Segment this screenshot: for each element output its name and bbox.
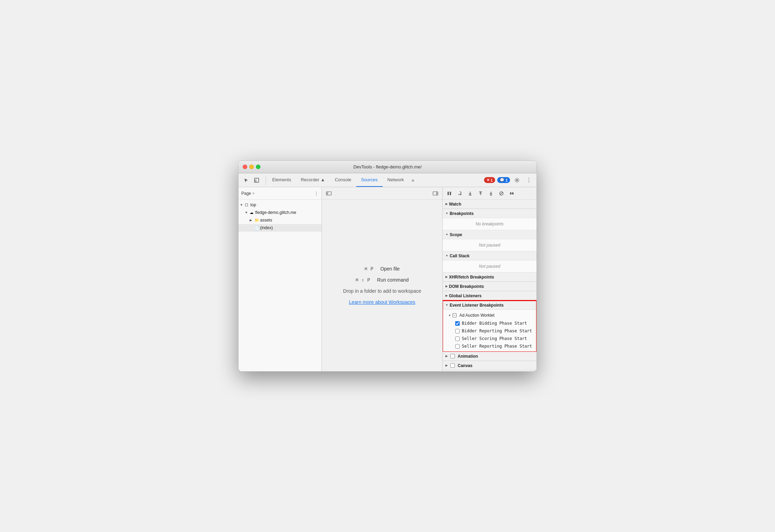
checkbox-seller-reporting[interactable]: Seller Reporting Phase Start bbox=[443, 342, 536, 350]
debug-toolbar bbox=[443, 187, 536, 200]
settings-button[interactable] bbox=[512, 175, 522, 185]
pause-exceptions-button[interactable] bbox=[507, 189, 516, 198]
folder-icon-top: ☐ bbox=[245, 203, 250, 207]
step-button[interactable] bbox=[486, 189, 495, 198]
file-tree: ▼ ☐ top ▼ ☁ fledge-demo.glitch.me ▶ 📁 bbox=[239, 200, 322, 371]
svg-point-2 bbox=[516, 179, 518, 181]
svg-rect-8 bbox=[450, 192, 451, 195]
folder-icon-assets: 📁 bbox=[255, 218, 259, 223]
scope-paused-text: Not paused bbox=[443, 241, 536, 250]
bp-triangle: ▼ bbox=[445, 212, 448, 215]
tree-item-fledge[interactable]: ▼ ☁ fledge-demo.glitch.me bbox=[239, 209, 322, 216]
xhr-header[interactable]: ▶ XHR/fetch Breakpoints bbox=[443, 273, 536, 282]
source-toolbar bbox=[322, 187, 442, 200]
toggle-right-sidebar-button[interactable] bbox=[431, 189, 440, 198]
callstack-header[interactable]: ▼ Call Stack bbox=[443, 251, 536, 260]
breakpoints-label: Breakpoints bbox=[450, 211, 474, 216]
animation-checkbox[interactable] bbox=[450, 354, 455, 358]
checkbox-bidder-bidding-input[interactable] bbox=[455, 321, 460, 326]
watch-header[interactable]: ▶ Watch bbox=[443, 200, 536, 209]
checkbox-bidder-reporting-input[interactable] bbox=[455, 329, 460, 333]
breakpoints-header[interactable]: ▼ Breakpoints bbox=[443, 209, 536, 218]
tree-label-top: top bbox=[250, 202, 256, 207]
errors-count: 1 bbox=[491, 178, 493, 182]
step-over-button[interactable] bbox=[455, 189, 464, 198]
page-label: Page bbox=[241, 191, 251, 196]
watch-section: ▶ Watch bbox=[443, 200, 536, 209]
checkbox-seller-reporting-input[interactable] bbox=[455, 344, 460, 349]
dock-icon[interactable] bbox=[252, 175, 261, 185]
scope-header[interactable]: ▼ Scope bbox=[443, 230, 536, 239]
more-options-button[interactable]: ⋮ bbox=[524, 175, 534, 185]
run-command-label: Run command bbox=[377, 277, 409, 283]
global-listeners-header[interactable]: ▶ Global Listeners bbox=[443, 291, 536, 300]
tree-label-fledge: fledge-demo.glitch.me bbox=[255, 210, 296, 215]
minimize-button[interactable] bbox=[249, 165, 254, 169]
event-listener-section: ▼ Event Listener Breakpoints ▼ Ad Auctio… bbox=[443, 301, 536, 352]
canvas-triangle: ▶ bbox=[445, 364, 448, 367]
event-listener-content: ▼ Ad Auction Worklet Bidder Bidding Phas… bbox=[443, 310, 536, 351]
triangle-fledge: ▼ bbox=[245, 211, 249, 214]
tab-sources[interactable]: Sources bbox=[356, 173, 383, 187]
canvas-checkbox[interactable] bbox=[450, 363, 455, 368]
animation-label: Animation bbox=[458, 354, 478, 359]
toggle-sidebar-button[interactable] bbox=[325, 189, 333, 198]
watch-triangle: ▶ bbox=[445, 202, 448, 206]
dom-label: DOM Breakpoints bbox=[449, 284, 484, 289]
event-listener-label: Event Listener Breakpoints bbox=[450, 303, 503, 308]
tab-console[interactable]: Console bbox=[330, 173, 356, 187]
middle-content: ⌘ P Open file ⌘ ⇧ P Run command Drop in … bbox=[322, 200, 442, 371]
errors-badge[interactable]: ✕ 1 bbox=[484, 177, 495, 183]
ad-auction-label: Ad Auction Worklet bbox=[459, 313, 494, 318]
error-icon: ✕ bbox=[486, 178, 490, 182]
checkbox-seller-scoring[interactable]: Seller Scoring Phase Start bbox=[443, 335, 536, 342]
traffic-lights bbox=[243, 165, 260, 169]
tab-elements[interactable]: Elements bbox=[267, 173, 296, 187]
step-out-button[interactable] bbox=[476, 189, 485, 198]
messages-badge[interactable]: 💬 1 bbox=[497, 177, 510, 183]
close-button[interactable] bbox=[243, 165, 247, 169]
dom-section: ▶ DOM Breakpoints bbox=[443, 282, 536, 291]
anim-triangle: ▶ bbox=[445, 355, 448, 358]
el-triangle: ▼ bbox=[445, 304, 448, 307]
page-chevron: » bbox=[252, 191, 255, 195]
maximize-button[interactable] bbox=[256, 165, 260, 169]
tree-item-assets[interactable]: ▶ 📁 assets bbox=[239, 216, 322, 224]
panel-more-button[interactable]: ⋮ bbox=[314, 191, 319, 196]
scope-triangle: ▼ bbox=[445, 233, 448, 236]
tree-item-top[interactable]: ▼ ☐ top bbox=[239, 201, 322, 209]
event-listener-header[interactable]: ▼ Event Listener Breakpoints bbox=[443, 301, 536, 310]
checkbox-seller-reporting-label: Seller Reporting Phase Start bbox=[462, 344, 532, 349]
checkbox-bidder-reporting[interactable]: Bidder Reporting Phase Start bbox=[443, 327, 536, 335]
devtools-window: DevTools - fledge-demo.glitch.me/ Elemen… bbox=[238, 160, 537, 372]
canvas-header[interactable]: ▶ Canvas bbox=[443, 361, 536, 370]
gl-triangle: ▶ bbox=[445, 294, 448, 297]
scope-section: ▼ Scope Not paused bbox=[443, 230, 536, 251]
checkbox-bidder-reporting-label: Bidder Reporting Phase Start bbox=[462, 329, 532, 333]
checkbox-seller-scoring-input[interactable] bbox=[455, 336, 460, 341]
window-title: DevTools - fledge-demo.glitch.me/ bbox=[353, 164, 422, 169]
main-toolbar: Elements Recorder ▲ Console Sources Netw… bbox=[239, 173, 536, 187]
tab-network[interactable]: Network bbox=[383, 173, 409, 187]
deactivate-button[interactable] bbox=[497, 189, 506, 198]
tab-recorder[interactable]: Recorder ▲ bbox=[296, 173, 330, 187]
triangle-assets: ▶ bbox=[250, 218, 254, 222]
global-listeners-label: Global Listeners bbox=[449, 293, 482, 298]
step-into-button[interactable] bbox=[466, 189, 475, 198]
checkbox-seller-scoring-label: Seller Scoring Phase Start bbox=[462, 336, 527, 341]
tree-item-index[interactable]: ▶ 📄 (index) bbox=[239, 224, 322, 232]
tree-label-assets: assets bbox=[260, 218, 272, 223]
title-bar: DevTools - fledge-demo.glitch.me/ bbox=[239, 161, 536, 173]
ad-auction-header[interactable]: ▼ Ad Auction Worklet bbox=[443, 311, 536, 319]
dom-header[interactable]: ▶ DOM Breakpoints bbox=[443, 282, 536, 291]
tree-label-index: (index) bbox=[260, 225, 273, 230]
tab-list: Elements Recorder ▲ Console Sources Netw… bbox=[267, 173, 484, 187]
right-panel: ▶ Watch ▼ Breakpoints No breakpoints ▼ S… bbox=[443, 187, 536, 371]
cursor-icon[interactable] bbox=[241, 175, 251, 185]
svg-line-16 bbox=[500, 192, 503, 195]
more-tabs-button[interactable]: » bbox=[409, 177, 417, 183]
workspace-link[interactable]: Learn more about Workspaces bbox=[349, 299, 415, 305]
animation-header[interactable]: ▶ Animation bbox=[443, 352, 536, 361]
checkbox-bidder-bidding[interactable]: Bidder Bidding Phase Start bbox=[443, 319, 536, 327]
pause-button[interactable] bbox=[445, 189, 454, 198]
